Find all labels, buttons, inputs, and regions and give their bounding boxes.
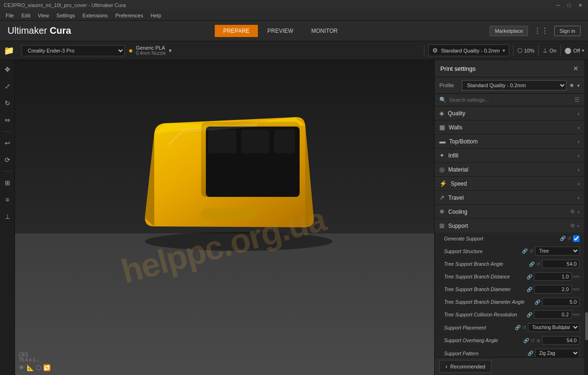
category-support: ⊞ Support ⚙ › Generate Support 🔗 ↺ [435, 219, 584, 357]
svg-rect-6 [201, 209, 257, 220]
redo-tool[interactable]: ⟳ [2, 154, 13, 165]
rotate-tool[interactable]: ↻ [2, 98, 13, 109]
app-logo: Ultimaker Cura [8, 25, 71, 36]
branch-angle-input[interactable] [542, 260, 580, 268]
category-topbottom: ▬ Top/Bottom › [435, 135, 584, 149]
cooling-settings-icon[interactable]: ⚙ [570, 209, 575, 215]
material-info: Generic PLA 0.4mm Nozzle [136, 45, 166, 56]
view-mode-icon[interactable]: 👁 [19, 364, 25, 371]
settings-sliders-icon: ⚙ [432, 47, 438, 54]
overhang-link-icon[interactable]: 🔗 [523, 338, 529, 343]
scale-tool[interactable]: ⤢ [2, 81, 13, 92]
signin-button[interactable]: Sign in [554, 26, 580, 36]
search-input[interactable] [449, 97, 572, 103]
apps-icon[interactable]: ⋮⋮ [534, 26, 549, 35]
move-tool[interactable]: ✥ [2, 64, 13, 75]
viewport[interactable]: helppc.org.ua CE3 75.4 x 1... 👁 📐 ⬡ 🔁 [15, 60, 434, 375]
scrollbar-track[interactable] [584, 60, 588, 375]
profile-selector[interactable]: ⚙ Standard Quality - 0.2mm ▾ [428, 45, 509, 56]
settings-title: Print settings [440, 65, 475, 72]
branch-distance-unit: mm [573, 274, 580, 279]
branch-angle-link-icon[interactable]: 🔗 [529, 262, 535, 267]
category-material-header[interactable]: ◎ Material › [435, 163, 584, 176]
branch-angle-refresh-icon[interactable]: ↺ [536, 262, 540, 267]
settings-close-button[interactable]: ✕ [573, 65, 579, 72]
open-folder-icon[interactable]: 📁 [4, 45, 14, 56]
obj-icon-3[interactable]: 🔁 [43, 364, 51, 371]
category-speed-header[interactable]: ⚡ Speed › [435, 177, 584, 190]
align-tool[interactable]: ≡ [2, 194, 13, 205]
support-pattern-link-icon[interactable]: 🔗 [528, 351, 533, 356]
branch-diameter-link-icon[interactable]: 🔗 [527, 287, 532, 292]
filter-menu-icon[interactable]: ☰ [574, 97, 580, 103]
category-support-header[interactable]: ⊞ Support ⚙ › [435, 219, 584, 232]
collision-res-link-icon[interactable]: 🔗 [527, 312, 532, 317]
marketplace-button[interactable]: Marketplace [490, 26, 528, 36]
support-structure-select[interactable]: Tree Normal [535, 247, 580, 255]
branch-distance-input[interactable] [534, 272, 572, 281]
support-pattern-label: Support Pattern [444, 351, 528, 356]
material-chevron[interactable]: ▾ [169, 47, 172, 54]
category-cooling-header[interactable]: ❄ Cooling ⚙ › [435, 205, 584, 218]
recommended-label: Recommended [450, 364, 485, 369]
support-placement-refresh-icon[interactable]: ↺ [522, 325, 526, 330]
branch-dia-angle-link-icon[interactable]: 🔗 [535, 300, 540, 305]
prepare-tab[interactable]: PREPARE [215, 25, 258, 37]
branch-distance-icons: 🔗 [527, 274, 532, 279]
menu-extensions[interactable]: Extensions [79, 12, 112, 19]
menu-preferences[interactable]: Preferences [112, 12, 147, 19]
overhang-angle-input[interactable] [542, 336, 580, 345]
support-tool[interactable]: ⊥ [2, 211, 13, 222]
menu-view[interactable]: View [34, 12, 53, 19]
menu-edit[interactable]: Edit [18, 12, 34, 19]
category-travel-header[interactable]: ↗ Travel › [435, 191, 584, 204]
obj-icon-1[interactable]: 📐 [27, 364, 34, 371]
monitor-tab[interactable]: MONITOR [303, 25, 346, 37]
collision-res-input[interactable] [534, 310, 572, 319]
printer-select[interactable]: Creality Ender-3 Pro [22, 45, 125, 56]
collision-res-label: Tree Support Collision Resolution [444, 312, 527, 317]
menu-help[interactable]: Help [147, 12, 165, 19]
mirror-tool[interactable]: ⇔ [2, 114, 13, 126]
menu-settings[interactable]: Settings [53, 12, 79, 19]
profile-name: Standard Quality - 0.2mm [441, 48, 499, 53]
overhang-extra-icon[interactable]: ⊕ [536, 338, 540, 343]
minimize-button[interactable]: ─ [555, 2, 562, 8]
infill-icon: ⬡ [517, 47, 522, 54]
support-structure-refresh-icon[interactable]: ↺ [529, 248, 533, 254]
group-tool[interactable]: ⊞ [2, 177, 13, 188]
branch-dia-angle-input[interactable] [542, 298, 580, 306]
close-button[interactable]: ✕ [576, 2, 584, 8]
profile-dropdown[interactable]: Standard Quality - 0.2mm [462, 80, 566, 90]
category-topbottom-header[interactable]: ▬ Top/Bottom › [435, 135, 584, 148]
category-quality-header[interactable]: ◈ Quality › [435, 106, 584, 120]
generate-support-link-icon[interactable]: 🔗 [560, 236, 565, 241]
branch-diameter-input[interactable] [534, 285, 572, 293]
material-category-icon: ◎ [439, 166, 445, 173]
category-walls-header[interactable]: ▦ Walls › [435, 120, 584, 134]
support-structure-link-icon[interactable]: 🔗 [522, 248, 528, 254]
preview-tab[interactable]: PREVIEW [259, 25, 302, 37]
recommended-button[interactable]: ‹ Recommended [439, 360, 491, 373]
profile-row: Profile Standard Quality - 0.2mm ★ ▾ [435, 77, 584, 94]
menu-file[interactable]: File [2, 12, 18, 19]
print-chevron[interactable]: ▾ [582, 48, 584, 53]
branch-distance-link-icon[interactable]: 🔗 [527, 274, 532, 279]
category-infill-header[interactable]: ✦ Infill › [435, 149, 584, 162]
svg-rect-5 [274, 130, 295, 153]
support-settings-icon[interactable]: ⚙ [570, 223, 575, 229]
overhang-refresh-icon[interactable]: ↺ [531, 338, 535, 343]
obj-icon-2[interactable]: ⬡ [36, 364, 41, 371]
scrollbar-thumb[interactable] [585, 312, 588, 340]
support-placement-link-icon[interactable]: 🔗 [515, 325, 520, 330]
generate-support-refresh-icon[interactable]: ↺ [567, 236, 571, 241]
profile-expand-icon[interactable]: ▾ [577, 83, 580, 88]
travel-chevron-icon: › [578, 195, 580, 201]
generate-support-checkbox[interactable] [573, 235, 580, 242]
branch-diameter-icons: 🔗 [527, 287, 532, 292]
undo-tool[interactable]: ↩ [2, 137, 13, 149]
support-pattern-select[interactable]: Zig Zag Grid Lines [535, 349, 580, 357]
maximize-button[interactable]: □ [565, 2, 573, 8]
favorite-star-icon[interactable]: ★ [569, 82, 574, 89]
support-placement-select[interactable]: Touching Buildplate Everywhere [528, 323, 580, 332]
